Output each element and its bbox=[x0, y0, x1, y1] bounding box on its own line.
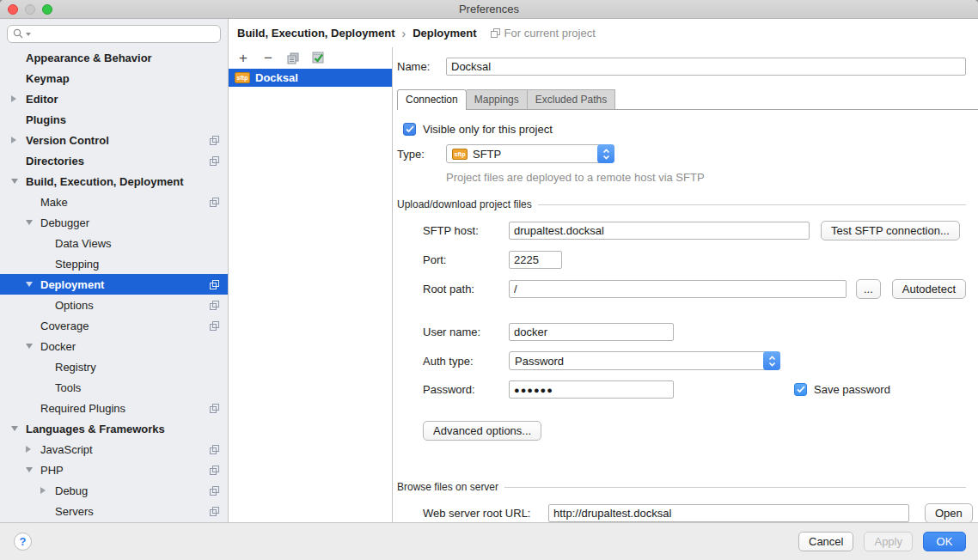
auth-type-label: Auth type: bbox=[423, 355, 509, 368]
project-level-icon bbox=[210, 444, 219, 457]
sidebar-item-javascript[interactable]: JavaScript bbox=[0, 439, 228, 460]
sftp-host-row: SFTP host: Test SFTP connection... bbox=[423, 221, 978, 240]
apply-button: Apply bbox=[864, 532, 913, 551]
server-list-toolbar: + − bbox=[229, 47, 392, 69]
name-label: Name: bbox=[397, 60, 442, 73]
sidebar-item-options[interactable]: Options bbox=[0, 295, 228, 315]
sidebar-item-build-execution-deployment[interactable]: Build, Execution, Deployment bbox=[0, 171, 228, 192]
type-label: Type: bbox=[397, 148, 442, 161]
sidebar-item-required-plugins[interactable]: Required Plugins bbox=[0, 398, 228, 418]
ok-button[interactable]: OK bbox=[923, 532, 966, 551]
search-options-caret-icon[interactable] bbox=[26, 33, 31, 36]
tree-arrow-icon[interactable] bbox=[11, 95, 26, 102]
save-password-checkbox[interactable] bbox=[794, 383, 807, 396]
user-name-input[interactable] bbox=[509, 323, 674, 341]
tree-arrow-icon[interactable] bbox=[11, 179, 26, 184]
sidebar-item-data-views[interactable]: Data Views bbox=[0, 233, 228, 253]
autodetect-button[interactable]: Autodetect bbox=[892, 279, 966, 299]
sidebar-item-debug[interactable]: Debug bbox=[0, 480, 228, 501]
open-button[interactable]: Open bbox=[925, 503, 973, 522]
tree-item-label: Plugins bbox=[26, 113, 66, 126]
project-level-icon bbox=[210, 279, 219, 292]
sidebar-item-editor[interactable]: Editor bbox=[0, 88, 228, 109]
sidebar-item-make[interactable]: Make bbox=[0, 192, 228, 212]
type-hint: Project files are deployed to a remote h… bbox=[446, 171, 978, 184]
sidebar-item-appearance-behavior[interactable]: Appearance & Behavior bbox=[0, 47, 228, 68]
root-path-input[interactable] bbox=[509, 280, 847, 298]
title-bar: Preferences bbox=[0, 0, 978, 19]
name-input[interactable] bbox=[446, 58, 966, 76]
use-as-default-icon[interactable] bbox=[311, 52, 325, 65]
tree-item-label: Tools bbox=[55, 381, 81, 394]
sidebar-item-directories[interactable]: Directories bbox=[0, 150, 228, 171]
visible-only-checkbox[interactable] bbox=[403, 123, 416, 136]
remove-server-button[interactable]: − bbox=[261, 52, 275, 65]
sidebar-item-registry[interactable]: Registry bbox=[0, 356, 228, 377]
search-input[interactable] bbox=[34, 28, 215, 40]
port-label: Port: bbox=[423, 253, 509, 266]
password-label: Password: bbox=[423, 383, 509, 396]
test-sftp-connection-button[interactable]: Test SFTP connection... bbox=[821, 221, 960, 240]
tab-connection[interactable]: Connection bbox=[397, 89, 467, 110]
sftp-host-input[interactable] bbox=[509, 222, 810, 240]
select-stepper-icon[interactable] bbox=[597, 144, 614, 163]
sidebar-item-languages-frameworks[interactable]: Languages & Frameworks bbox=[0, 418, 228, 439]
tree-arrow-icon[interactable] bbox=[11, 426, 26, 431]
port-input[interactable] bbox=[509, 251, 562, 269]
web-root-label: Web server root URL: bbox=[423, 507, 543, 520]
select-stepper-icon[interactable] bbox=[763, 351, 780, 370]
tree-arrow-icon[interactable] bbox=[26, 282, 40, 287]
tab-mappings[interactable]: Mappings bbox=[467, 89, 528, 109]
project-level-icon bbox=[210, 403, 219, 416]
project-level-icon bbox=[210, 300, 219, 313]
sidebar-item-docker[interactable]: Docker bbox=[0, 336, 228, 356]
tree-arrow-icon[interactable] bbox=[40, 487, 55, 494]
sidebar-item-servers[interactable]: Servers bbox=[0, 501, 228, 521]
tree-item-label: PHP bbox=[40, 464, 64, 477]
settings-sidebar: Appearance & Behavior Keymap Editor Plug… bbox=[0, 19, 229, 522]
sidebar-item-deployment[interactable]: Deployment bbox=[0, 274, 228, 295]
tree-item-label: Build, Execution, Deployment bbox=[26, 175, 183, 188]
browse-root-path-button[interactable]: ... bbox=[856, 279, 881, 299]
auth-type-select[interactable]: Password bbox=[509, 351, 780, 370]
save-password-row: Save password bbox=[794, 383, 890, 396]
user-name-row: User name: bbox=[423, 323, 978, 341]
tree-item-label: Required Plugins bbox=[40, 402, 125, 415]
project-level-icon bbox=[210, 155, 219, 168]
cancel-button[interactable]: Cancel bbox=[798, 532, 853, 551]
deployment-form: Name: Connection Mappings Excluded Paths… bbox=[393, 47, 978, 522]
visible-only-row: Visible only for this project bbox=[403, 123, 978, 136]
server-name: Docksal bbox=[255, 71, 298, 84]
sidebar-item-keymap[interactable]: Keymap bbox=[0, 68, 228, 88]
add-server-button[interactable]: + bbox=[236, 52, 250, 65]
tree-arrow-icon[interactable] bbox=[26, 467, 40, 472]
tree-arrow-icon[interactable] bbox=[26, 220, 40, 225]
type-select[interactable]: sftp SFTP bbox=[446, 144, 614, 163]
type-row: Type: sftp SFTP bbox=[397, 144, 978, 163]
sidebar-item-php[interactable]: PHP bbox=[0, 460, 228, 480]
help-button[interactable]: ? bbox=[14, 533, 32, 551]
tab-excluded-paths[interactable]: Excluded Paths bbox=[528, 89, 615, 109]
tree-item-label: Deployment bbox=[40, 278, 104, 291]
preferences-window: Preferences Appearance & Behavior Keymap bbox=[0, 0, 978, 560]
tree-arrow-icon[interactable] bbox=[26, 344, 40, 349]
breadcrumb-current: Deployment bbox=[413, 27, 476, 40]
sidebar-item-stepping[interactable]: Stepping bbox=[0, 253, 228, 274]
password-input[interactable] bbox=[509, 380, 674, 399]
web-root-input[interactable] bbox=[548, 504, 909, 522]
sidebar-item-coverage[interactable]: Coverage bbox=[0, 315, 228, 336]
scope-label: For current project bbox=[504, 27, 596, 40]
sidebar-item-version-control[interactable]: Version Control bbox=[0, 130, 228, 150]
tree-item-label: Servers bbox=[55, 505, 94, 518]
tree-arrow-icon[interactable] bbox=[11, 137, 26, 143]
breadcrumb-parent[interactable]: Build, Execution, Deployment bbox=[237, 27, 394, 40]
sidebar-item-debugger[interactable]: Debugger bbox=[0, 212, 228, 233]
browse-section-title: Browse files on server bbox=[397, 481, 498, 493]
settings-search-field[interactable] bbox=[7, 25, 221, 43]
server-list-item-docksal[interactable]: sftp Docksal bbox=[229, 69, 392, 87]
tree-arrow-icon[interactable] bbox=[26, 446, 40, 453]
duplicate-server-icon[interactable] bbox=[286, 52, 300, 65]
sidebar-item-plugins[interactable]: Plugins bbox=[0, 109, 228, 130]
sidebar-item-tools[interactable]: Tools bbox=[0, 377, 228, 398]
advanced-options-button[interactable]: Advanced options... bbox=[423, 421, 541, 441]
